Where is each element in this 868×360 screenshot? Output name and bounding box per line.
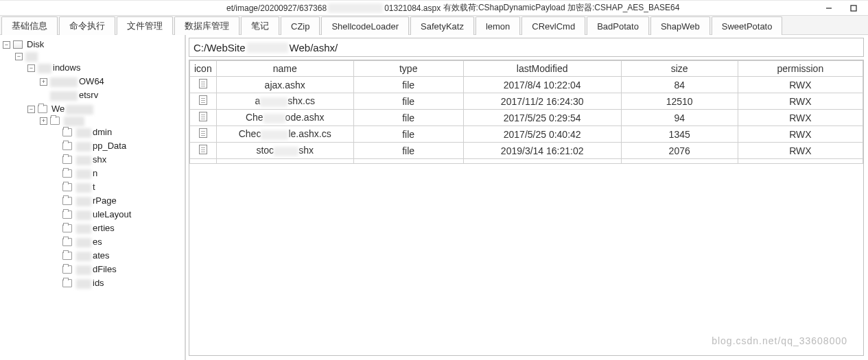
minimize-button[interactable] (817, 1, 841, 15)
file-icon (199, 128, 207, 138)
file-name (216, 159, 353, 164)
tree-item[interactable]: − We (27, 102, 185, 116)
folder-icon (62, 211, 72, 219)
file-table-wrap[interactable]: iconnametypelastModifiedsizepermission a… (189, 60, 864, 356)
tab-基础信息[interactable]: 基础信息 (1, 16, 58, 35)
table-row[interactable]: ajax.ashxfile2017/8/4 10:22:0484RWX (190, 77, 863, 93)
tab-ShapWeb[interactable]: ShapWeb (650, 16, 710, 35)
tree-label: pp_Data (93, 139, 126, 153)
tree-label: ates (93, 249, 110, 263)
file-icon (199, 95, 207, 105)
col-size[interactable]: size (621, 61, 738, 77)
blur (76, 156, 91, 165)
tree-root[interactable]: − Disk (3, 38, 185, 51)
folder-icon (62, 183, 72, 191)
cell-size: 94 (621, 110, 738, 126)
collapse-icon[interactable]: − (15, 53, 23, 60)
tab-笔记[interactable]: 笔记 (241, 16, 279, 35)
tab-数据库管理[interactable]: 数据库管理 (174, 16, 239, 35)
col-icon[interactable]: icon (190, 61, 217, 77)
tree-pane[interactable]: − Disk − (0, 35, 185, 360)
title-encryptor: 加密器:CSHAP_AES_BASE64 (567, 2, 679, 14)
tab-命令执行[interactable]: 命令执行 (59, 16, 115, 35)
cell-size (621, 159, 738, 164)
title-payload: 有效载荷:CShapDynamicPayload (443, 2, 565, 14)
tree-item[interactable]: + (40, 116, 185, 125)
cell-lastModified: 2017/11/2 16:24:30 (463, 93, 621, 110)
expand-icon[interactable]: + (40, 117, 47, 125)
collapse-icon[interactable]: − (3, 41, 10, 49)
table-row[interactable]: stocshxfile2019/3/14 16:21:022076RWX (190, 143, 863, 159)
table-row[interactable]: Checle.ashx.csfile2017/5/25 0:40:421345R… (190, 126, 863, 143)
tree-item[interactable]: etsrv (40, 88, 185, 102)
expand-icon[interactable]: + (40, 78, 47, 86)
cell-lastModified: 2017/5/25 0:29:54 (463, 110, 621, 126)
path-prefix: C:/WebSite (193, 42, 246, 53)
col-lastModified[interactable]: lastModified (463, 61, 621, 77)
path-suffix: Web/ashx/ (290, 42, 338, 53)
cell-permission: RWX (738, 143, 863, 159)
tree-label: rPage (93, 194, 117, 208)
cell-lastModified: 2019/3/14 16:21:02 (463, 143, 621, 159)
tree-item[interactable]: uleLayout (52, 208, 185, 221)
cell-size: 2076 (621, 143, 738, 159)
tab-SafetyKatz[interactable]: SafetyKatz (410, 16, 474, 35)
tree-item[interactable]: n (52, 167, 185, 180)
cell-type: file (353, 93, 463, 110)
blur (38, 64, 51, 73)
maximize-button[interactable] (842, 1, 865, 15)
tree-item[interactable]: t (52, 180, 185, 194)
tree-item[interactable]: ates (52, 249, 185, 263)
folder-icon (62, 197, 72, 205)
tree-item[interactable]: es (52, 235, 185, 249)
table-row[interactable]: Cheode.ashxfile2017/5/25 0:29:5494RWX (190, 110, 863, 126)
col-permission[interactable]: permission (738, 61, 863, 77)
tree-item[interactable]: − (15, 51, 185, 61)
file-name: stocshx (216, 143, 353, 159)
tabbar: 基础信息命令执行文件管理数据库管理笔记CZipShellcodeLoaderSa… (0, 16, 868, 35)
file-icon-cell (190, 126, 217, 143)
file-name: ashx.cs (216, 93, 353, 110)
collapse-icon[interactable]: − (27, 106, 35, 113)
tab-SweetPotato[interactable]: SweetPotato (712, 16, 783, 35)
blur (50, 77, 78, 87)
col-name[interactable]: name (216, 61, 353, 77)
cell-type: file (353, 77, 463, 93)
file-icon-cell (190, 159, 217, 164)
cell-type: file (353, 126, 463, 143)
cell-lastModified (463, 159, 621, 164)
tab-BadPotato[interactable]: BadPotato (587, 16, 649, 35)
blur (25, 52, 38, 62)
col-type[interactable]: type (353, 61, 463, 77)
folder-icon (62, 169, 72, 178)
tree-item[interactable]: pp_Data (52, 139, 185, 153)
tree-item[interactable]: ids (52, 276, 185, 290)
tree-label: dFiles (93, 263, 117, 276)
tab-ShellcodeLoader[interactable]: ShellcodeLoader (321, 16, 409, 35)
tree-item[interactable]: erties (52, 221, 185, 235)
tree-item[interactable]: rPage (52, 194, 185, 208)
cell-type (353, 159, 463, 164)
file-name: Cheode.ashx (216, 110, 353, 126)
tree-item[interactable]: − indows (27, 61, 185, 75)
cell-lastModified: 2017/5/25 0:40:42 (463, 126, 621, 143)
tree-item[interactable]: shx (52, 153, 185, 167)
tab-CZip[interactable]: CZip (281, 16, 320, 35)
tab-lemon[interactable]: lemon (476, 16, 520, 35)
tab-文件管理[interactable]: 文件管理 (117, 16, 173, 35)
disk-label: Disk (27, 38, 44, 51)
tree-item[interactable]: dFiles (52, 263, 185, 276)
file-icon (199, 79, 207, 88)
table-row[interactable]: ashx.csfile2017/11/2 16:24:3012510RWX (190, 93, 863, 110)
tab-CRevlCmd[interactable]: CRevlCmd (521, 16, 585, 35)
file-table: iconnametypelastModifiedsizepermission a… (189, 60, 863, 164)
file-icon-cell (190, 110, 217, 126)
blur (76, 183, 91, 193)
tree-item[interactable]: + OW64 (40, 75, 185, 88)
collapse-icon[interactable]: − (27, 64, 35, 72)
blur (66, 105, 93, 115)
tree-item[interactable]: dmin (52, 125, 185, 139)
blur (76, 224, 91, 234)
path-input[interactable]: C:/WebSite Web/ashx/ (189, 38, 864, 57)
table-row[interactable] (190, 159, 863, 164)
